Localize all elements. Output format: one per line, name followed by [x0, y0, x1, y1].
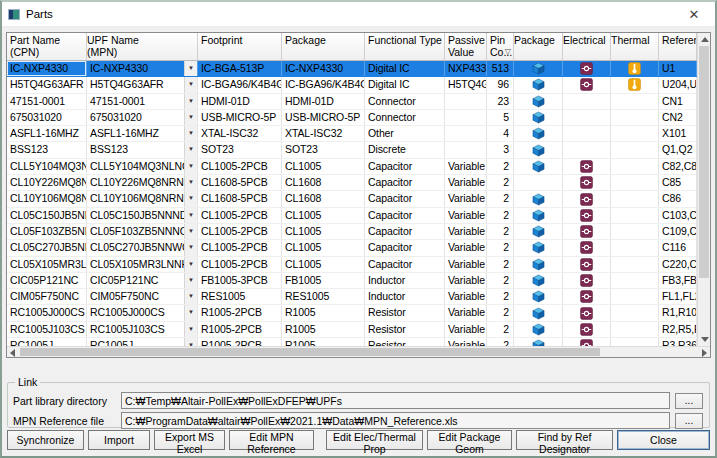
cell-mpn[interactable]: BSS123▼ — [87, 142, 198, 157]
cell-ref[interactable]: FB3,FB5 — [659, 273, 697, 288]
cell-cpn[interactable]: BSS123 — [7, 142, 87, 157]
cell-cpn[interactable]: H5TQ4G63AFR — [7, 77, 87, 92]
cell-cpn[interactable]: CL05X105MR3LNNH — [7, 257, 87, 272]
cell-pkg[interactable] — [514, 110, 563, 125]
table-row[interactable]: CLL5Y104MQ3NLNCCLL5Y104MQ3NLNC▼CL1005-2P… — [7, 159, 697, 175]
export-ms-excel-button[interactable]: Export MS Excel — [154, 430, 225, 450]
cell-pvalue[interactable]: Variable — [445, 159, 487, 174]
dropdown-arrow-icon[interactable]: ▼ — [184, 191, 197, 206]
cell-pkg[interactable] — [514, 224, 563, 239]
cell-pvalue[interactable]: Variable — [445, 191, 487, 206]
cell-cpn[interactable]: 47151-0001 — [7, 94, 87, 109]
cell-footprint[interactable]: SOT23 — [198, 142, 282, 157]
cell-ftype[interactable]: Inductor — [365, 289, 445, 304]
cell-thermal[interactable] — [611, 322, 659, 337]
cell-elec[interactable] — [563, 305, 611, 320]
cell-package[interactable]: HDMI-01D — [282, 94, 365, 109]
column-header-package[interactable]: Package — [282, 33, 365, 60]
cell-mpn[interactable]: CL10Y226MQ8NRNC▼ — [87, 175, 198, 190]
cell-thermal[interactable] — [611, 240, 659, 255]
cell-pvalue[interactable] — [445, 142, 487, 157]
column-header-elec[interactable]: Electrical — [563, 33, 611, 60]
cell-pvalue[interactable]: Variable — [445, 208, 487, 223]
cell-pkg[interactable] — [514, 208, 563, 223]
cell-cpn[interactable]: CL05C150JB5NNND — [7, 208, 87, 223]
cell-pkg[interactable] — [514, 257, 563, 272]
table-row[interactable]: RC1005J103CSRC1005J103CS▼R1005-2PCBR1005… — [7, 322, 697, 338]
cell-package[interactable]: USB-MICRO-5P — [282, 110, 365, 125]
column-header-pkg[interactable]: Package — [514, 33, 563, 60]
cell-pkg[interactable] — [514, 175, 563, 190]
cell-pins[interactable]: 2 — [487, 208, 514, 223]
cell-pvalue[interactable]: Variable — [445, 273, 487, 288]
dropdown-arrow-icon[interactable]: ▼ — [184, 110, 197, 125]
cell-mpn[interactable]: CIC05P121NC▼ — [87, 273, 198, 288]
cell-package[interactable]: CL1005 — [282, 208, 365, 223]
dropdown-arrow-icon[interactable]: ▼ — [184, 257, 197, 272]
part-library-directory-field[interactable] — [121, 392, 670, 409]
cell-elec[interactable] — [563, 110, 611, 125]
cell-mpn[interactable]: CLL5Y104MQ3NLNC▼ — [87, 159, 198, 174]
cell-package[interactable]: R1005 — [282, 322, 365, 337]
cell-footprint[interactable]: USB-MICRO-5P — [198, 110, 282, 125]
cell-ref[interactable]: U1 — [659, 61, 697, 76]
cell-thermal[interactable] — [611, 273, 659, 288]
cell-elec[interactable] — [563, 77, 611, 92]
table-row[interactable]: CIM05F750NCCIM05F750NC▼RES1005RES1005Ind… — [7, 289, 697, 305]
cell-mpn[interactable]: CL05C150JB5NNND▼ — [87, 208, 198, 223]
cell-pkg[interactable] — [514, 94, 563, 109]
scroll-up-icon[interactable] — [701, 37, 709, 42]
column-header-pins[interactable]: PinCo...▽ — [487, 33, 514, 60]
cell-elec[interactable] — [563, 240, 611, 255]
dropdown-arrow-icon[interactable]: ▼ — [184, 240, 197, 255]
cell-footprint[interactable]: R1005-2PCB — [198, 305, 282, 320]
cell-cpn[interactable]: CIM05F750NC — [7, 289, 87, 304]
table-row[interactable]: ASFL1-16MHZASFL1-16MHZ▼XTAL-ISC32XTAL-IS… — [7, 126, 697, 142]
cell-package[interactable]: RES1005 — [282, 289, 365, 304]
cell-ref[interactable]: C103,C — [659, 208, 697, 223]
cell-elec[interactable] — [563, 289, 611, 304]
vertical-scrollbar[interactable] — [697, 33, 710, 346]
cell-thermal[interactable] — [611, 61, 659, 76]
cell-mpn[interactable]: H5TQ4G63AFR▼ — [87, 77, 198, 92]
cell-elec[interactable] — [563, 273, 611, 288]
cell-ref[interactable]: C109,C — [659, 224, 697, 239]
browse-file-button[interactable]: ... — [675, 413, 703, 429]
dropdown-arrow-icon[interactable]: ▼ — [184, 94, 197, 109]
cell-mpn[interactable]: CL05X105MR3LNNH▼ — [87, 257, 198, 272]
table-row[interactable]: 675031020675031020▼USB-MICRO-5PUSB-MICRO… — [7, 110, 697, 126]
cell-ref[interactable]: C85 — [659, 175, 697, 190]
dropdown-arrow-icon[interactable]: ▼ — [184, 159, 197, 174]
synchronize-button[interactable]: Synchronize — [7, 430, 84, 450]
cell-ref[interactable]: FL1,FL2 — [659, 289, 697, 304]
cell-ftype[interactable]: Resistor — [365, 305, 445, 320]
cell-cpn[interactable]: CL05C270JB5NNWC — [7, 240, 87, 255]
find-by-ref-designator-button[interactable]: Find by Ref Designator — [516, 430, 613, 450]
cell-cpn[interactable]: IC-NXP4330 — [7, 61, 87, 76]
cell-mpn[interactable]: IC-NXP4330▼ — [87, 61, 198, 76]
cell-mpn[interactable]: CL10Y106MQ8NRNC▼ — [87, 191, 198, 206]
cell-elec[interactable] — [563, 142, 611, 157]
cell-thermal[interactable] — [611, 77, 659, 92]
table-row[interactable]: H5TQ4G63AFRH5TQ4G63AFR▼IC-BGA96/K4B4G16I… — [7, 77, 697, 93]
cell-package[interactable]: CL1608 — [282, 191, 365, 206]
cell-mpn[interactable]: 47151-0001▼ — [87, 94, 198, 109]
dropdown-arrow-icon[interactable]: ▼ — [184, 142, 197, 157]
cell-cpn[interactable]: RC1005J000CS — [7, 305, 87, 320]
dropdown-arrow-icon[interactable]: ▼ — [184, 77, 197, 92]
cell-ref[interactable]: C116 — [659, 240, 697, 255]
edit-package-geom-button[interactable]: Edit Package Geom — [427, 430, 512, 450]
scroll-down-icon[interactable] — [701, 337, 709, 342]
cell-footprint[interactable]: IC-BGA96/K4B4G16 — [198, 77, 282, 92]
cell-pkg[interactable] — [514, 273, 563, 288]
cell-pins[interactable]: 3 — [487, 142, 514, 157]
cell-elec[interactable] — [563, 191, 611, 206]
cell-pvalue[interactable] — [445, 110, 487, 125]
cell-footprint[interactable]: CL1005-2PCB — [198, 159, 282, 174]
cell-package[interactable]: XTAL-ISC32 — [282, 126, 365, 141]
cell-cpn[interactable]: CLL5Y104MQ3NLNC — [7, 159, 87, 174]
cell-ref[interactable]: CN2 — [659, 110, 697, 125]
column-header-ftype[interactable]: Functional Type — [365, 33, 445, 60]
cell-package[interactable]: IC-BGA96/K4B4G16 — [282, 77, 365, 92]
cell-pkg[interactable] — [514, 159, 563, 174]
